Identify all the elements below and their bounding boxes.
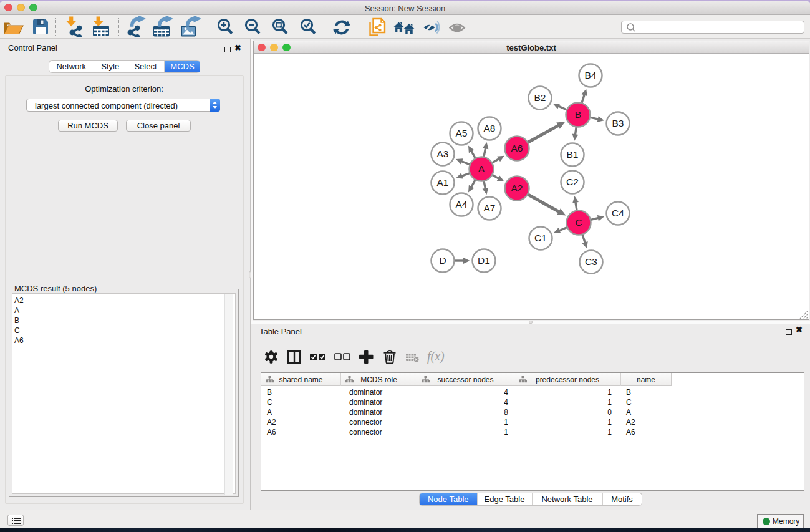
svg-text:C: C — [575, 217, 582, 228]
svg-text:D1: D1 — [478, 255, 490, 266]
svg-text:A7: A7 — [484, 203, 496, 213]
svg-text:C1: C1 — [534, 233, 547, 243]
svg-text:A6: A6 — [511, 143, 523, 153]
svg-text:A4: A4 — [456, 199, 468, 210]
svg-text:A8: A8 — [484, 123, 496, 133]
svg-text:A1: A1 — [437, 177, 449, 188]
svg-text:A3: A3 — [437, 148, 449, 159]
svg-text:C2: C2 — [566, 177, 579, 187]
svg-text:B3: B3 — [612, 118, 624, 128]
svg-text:A2: A2 — [511, 183, 523, 193]
svg-text:B: B — [575, 109, 581, 120]
svg-text:C4: C4 — [612, 208, 624, 218]
svg-text:D: D — [439, 255, 446, 266]
svg-text:B2: B2 — [534, 92, 546, 103]
svg-text:B1: B1 — [567, 149, 579, 160]
svg-text:A5: A5 — [456, 128, 468, 138]
svg-text:C3: C3 — [585, 256, 597, 267]
svg-text:B4: B4 — [585, 70, 597, 80]
svg-text:A: A — [478, 163, 485, 174]
